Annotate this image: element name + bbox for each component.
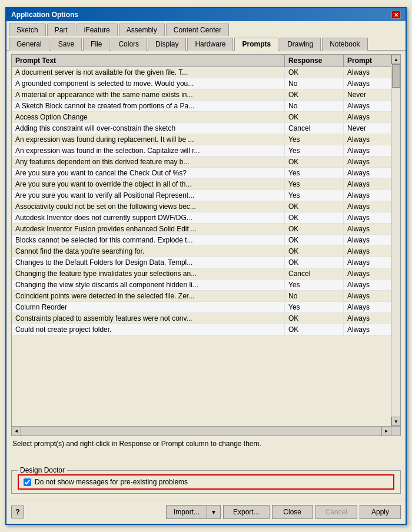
checkbox-label: Do not show messages for pre-existing pr…	[35, 478, 188, 486]
table-inner: Prompt Text Response Prompt A document s…	[12, 55, 391, 426]
design-doctor-label: Design Doctor	[18, 466, 67, 474]
vertical-scrollbar[interactable]: ▲ ▼	[391, 55, 400, 426]
close-button[interactable]: Close	[272, 505, 313, 519]
tab-display[interactable]: Display	[148, 38, 186, 51]
scroll-down-button[interactable]: ▼	[391, 417, 401, 426]
cancel-button[interactable]: Cancel	[315, 505, 357, 519]
table-row[interactable]: Changing the feature type invalidates yo…	[12, 268, 391, 280]
close-icon[interactable]: ✕	[391, 11, 401, 19]
scroll-thumb[interactable]	[392, 64, 400, 88]
spacer	[11, 450, 401, 468]
scroll-right-button[interactable]: ►	[381, 427, 391, 435]
col-header-prompt: Prompt	[344, 55, 391, 66]
tab-content-center[interactable]: Content Center	[166, 24, 229, 36]
tab-general[interactable]: General	[9, 38, 49, 51]
col-header-prompt-text: Prompt Text	[12, 55, 285, 66]
tab-notebook[interactable]: Notebook	[322, 38, 367, 51]
tab-save[interactable]: Save	[51, 38, 82, 51]
tab-hardware[interactable]: Hardware	[187, 38, 233, 51]
export-button[interactable]: Export...	[223, 505, 270, 519]
tab-file[interactable]: File	[83, 38, 109, 51]
table-scroll-area[interactable]: A document server is not available for t…	[12, 67, 391, 426]
table-row[interactable]: Changes to the Default Folders for Desig…	[12, 257, 391, 268]
table-row[interactable]: A material or appearance with the same n…	[12, 89, 391, 101]
table-row[interactable]: Access Option Change OK Always	[12, 112, 391, 123]
table-row[interactable]: Autodesk Inventor Fusion provides enhanc…	[12, 224, 391, 235]
dialog-title: Application Options	[11, 11, 78, 19]
table-row[interactable]: Cannot find the data you're searching fo…	[12, 246, 391, 257]
import-dropdown-button[interactable]: ▼	[207, 505, 221, 519]
scroll-up-button[interactable]: ▲	[391, 55, 401, 64]
action-buttons: Import... ▼ Export... Close Cancel Apply	[166, 505, 401, 519]
tab-part[interactable]: Part	[47, 24, 75, 36]
table-row[interactable]: Autodesk Inventor does not currently sup…	[12, 212, 391, 224]
table-row[interactable]: Adding this constraint will over-constra…	[12, 123, 391, 134]
design-doctor-group: Design Doctor Do not show messages for p…	[11, 470, 401, 494]
tab-assembly[interactable]: Assembly	[119, 24, 165, 36]
hscroll-area: ◄ ►	[11, 427, 401, 436]
import-button-group: Import... ▼	[166, 505, 221, 519]
col-header-response: Response	[285, 55, 344, 66]
scroll-corner	[391, 427, 401, 436]
title-bar: Application Options ✕	[6, 8, 406, 21]
scroll-track[interactable]	[391, 64, 400, 417]
table-row[interactable]: A grounded component is selected to move…	[12, 78, 391, 89]
horizontal-scrollbar[interactable]: ◄ ►	[11, 427, 391, 436]
scroll-left-button[interactable]: ◄	[12, 427, 21, 435]
table-row[interactable]: Column Reorder Yes Always	[12, 302, 391, 313]
table-row[interactable]: Are you sure you want to verify all Posi…	[12, 190, 391, 201]
table-row[interactable]: A document server is not available for t…	[12, 67, 391, 78]
table-header: Prompt Text Response Prompt	[12, 55, 391, 67]
table-row[interactable]: Are you sure you want to override the ob…	[12, 179, 391, 190]
checkbox-bordered-container: Do not show messages for pre-existing pr…	[18, 474, 394, 490]
tab-ifeature[interactable]: iFeature	[77, 24, 118, 36]
table-row[interactable]: An expression was found in the selection…	[12, 145, 391, 157]
table-row[interactable]: Constraints placed to assembly features …	[12, 313, 391, 324]
tab-container: Sketch Part iFeature Assembly Content Ce…	[6, 21, 406, 51]
import-button[interactable]: Import...	[166, 505, 207, 519]
tab-sketch[interactable]: Sketch	[9, 24, 46, 36]
tab-colors[interactable]: Colors	[111, 38, 147, 51]
table-row[interactable]: Coincident points were detected in the s…	[12, 291, 391, 302]
hint-text: Select prompt(s) and right-click in Resp…	[11, 436, 401, 450]
table-row[interactable]: Changing the view style discards all com…	[12, 280, 391, 291]
tab-drawing[interactable]: Drawing	[280, 38, 321, 51]
table-row[interactable]: Any features dependent on this derived f…	[12, 157, 391, 168]
help-button[interactable]: ?	[11, 506, 24, 518]
table-row[interactable]: An expression was found during replaceme…	[12, 134, 391, 145]
table-row[interactable]: Associativity could not be set on the fo…	[12, 201, 391, 212]
application-options-dialog: Application Options ✕ Sketch Part iFeatu…	[5, 7, 407, 525]
table-row[interactable]: Are you sure you want to cancel the Chec…	[12, 168, 391, 179]
prompts-table-container: Prompt Text Response Prompt A document s…	[11, 54, 401, 427]
table-row[interactable]: Blocks cannot be selected for this comma…	[12, 235, 391, 246]
tab-prompts[interactable]: Prompts	[234, 38, 278, 51]
table-row[interactable]: A Sketch Block cannot be created from po…	[12, 101, 391, 112]
tab-row-2: General Save File Colors Display Hardwar…	[6, 35, 406, 50]
do-not-show-checkbox[interactable]	[24, 478, 31, 486]
table-row[interactable]: Could not create project folder. OK Alwa…	[12, 324, 391, 335]
apply-button[interactable]: Apply	[360, 505, 401, 519]
bottom-buttons-area: ? Import... ▼ Export... Close Cancel App…	[6, 500, 406, 524]
content-area: Prompt Text Response Prompt A document s…	[6, 51, 406, 497]
tab-row-1: Sketch Part iFeature Assembly Content Ce…	[6, 21, 406, 35]
